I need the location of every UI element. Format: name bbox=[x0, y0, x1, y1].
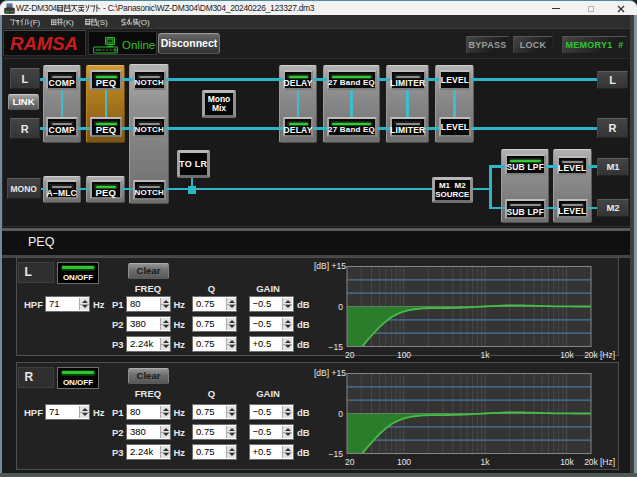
svg-text:20: 20 bbox=[345, 350, 355, 360]
svg-text:[dB] +15: [dB] +15 bbox=[314, 368, 346, 378]
svg-text:10k: 10k bbox=[560, 457, 574, 467]
svg-text:[dB] +15: [dB] +15 bbox=[314, 261, 346, 271]
svg-text:100: 100 bbox=[397, 350, 411, 360]
svg-text:[Hz]: [Hz] bbox=[600, 350, 615, 360]
svg-text:RAMSA: RAMSA bbox=[10, 32, 78, 53]
svg-text:10k: 10k bbox=[560, 350, 574, 360]
svg-text:20k: 20k bbox=[584, 350, 598, 360]
svg-text:20: 20 bbox=[345, 457, 355, 467]
svg-text:−15: −15 bbox=[329, 449, 344, 459]
svg-text:100: 100 bbox=[397, 457, 411, 467]
svg-text:−15: −15 bbox=[329, 342, 344, 352]
svg-text:1k: 1k bbox=[481, 350, 491, 360]
svg-text:20k: 20k bbox=[584, 457, 598, 467]
svg-text:0: 0 bbox=[338, 409, 343, 419]
svg-text:1k: 1k bbox=[481, 457, 491, 467]
svg-text:[Hz]: [Hz] bbox=[600, 457, 615, 467]
svg-text:0: 0 bbox=[338, 302, 343, 312]
